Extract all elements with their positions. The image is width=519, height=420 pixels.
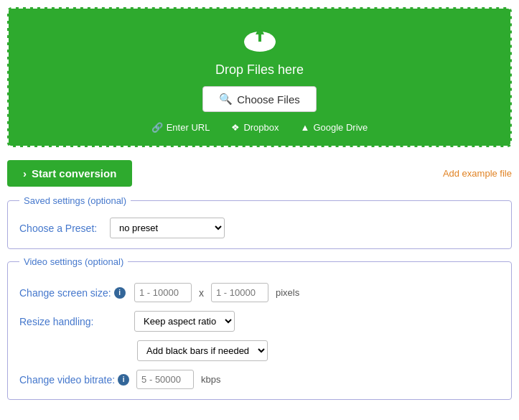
add-example-label: Add example file (443, 168, 512, 179)
saved-settings-fieldset: Saved settings (optional) Choose a Prese… (7, 195, 512, 249)
screen-size-info-icon[interactable]: i (114, 287, 126, 299)
dropbox-link[interactable]: ❖ Dropbox (231, 122, 279, 133)
bitrate-info-icon[interactable]: i (118, 374, 129, 386)
google-drive-link[interactable]: ▲ Google Drive (301, 122, 368, 133)
bars-row: Add black bars if needed No bars (19, 336, 500, 361)
preset-row: Choose a Preset: no preset (19, 218, 500, 238)
enter-url-link[interactable]: 🔗 Enter URL (151, 122, 210, 133)
pixels-label: pixels (276, 287, 299, 298)
resize-handling-row: Resize handling: Keep aspect ratio Stret… (19, 311, 500, 332)
preset-label: Choose a Preset: (19, 223, 98, 234)
screen-size-row: Change screen size: i x pixels (19, 283, 500, 302)
height-input[interactable] (211, 283, 268, 302)
drop-links: 🔗 Enter URL ❖ Dropbox ▲ Google Drive (16, 122, 503, 133)
search-icon: 🔍 (219, 93, 233, 106)
dropbox-label: Dropbox (243, 122, 279, 133)
width-input[interactable] (134, 283, 192, 302)
toolbar-row: › Start conversion Add example file (0, 154, 519, 191)
link-icon: 🔗 (151, 122, 163, 133)
bitrate-text: Change video bitrate: (19, 374, 115, 386)
choose-files-button[interactable]: 🔍 Choose Files (202, 86, 317, 112)
upload-icon (241, 23, 279, 57)
screen-size-label: Change screen size: i (19, 287, 127, 299)
screen-size-text: Change screen size: (19, 287, 111, 299)
preset-select[interactable]: no preset (110, 218, 225, 238)
svg-point-1 (245, 36, 261, 50)
add-example-link[interactable]: Add example file (443, 168, 512, 179)
bitrate-input[interactable] (136, 370, 194, 389)
saved-settings-legend: Saved settings (optional) (19, 195, 131, 206)
start-conversion-label: Start conversion (32, 167, 116, 179)
google-drive-label: Google Drive (313, 122, 368, 133)
video-settings-fieldset: Video settings (optional) Change screen … (7, 256, 512, 400)
svg-point-2 (259, 36, 275, 50)
bars-select[interactable]: Add black bars if needed No bars (137, 340, 268, 361)
kbps-label: kbps (201, 374, 220, 385)
google-drive-icon: ▲ (301, 122, 310, 133)
bitrate-row: Change video bitrate: i kbps (19, 370, 500, 389)
resize-text: Resize handling: (19, 316, 94, 327)
enter-url-label: Enter URL (167, 122, 210, 133)
resize-label: Resize handling: (19, 316, 127, 327)
chevron-right-icon: › (23, 167, 27, 179)
choose-files-label: Choose Files (237, 93, 300, 106)
x-separator: x (199, 287, 204, 299)
resize-select[interactable]: Keep aspect ratio Stretch Crop (134, 311, 235, 332)
dropbox-icon: ❖ (231, 122, 240, 133)
bitrate-label: Change video bitrate: i (19, 374, 129, 386)
drop-text: Drop Files here (16, 62, 503, 78)
start-conversion-button[interactable]: › Start conversion (7, 160, 132, 187)
video-settings-legend: Video settings (optional) (19, 256, 128, 267)
drop-zone[interactable]: Drop Files here 🔍 Choose Files 🔗 Enter U… (7, 7, 512, 147)
